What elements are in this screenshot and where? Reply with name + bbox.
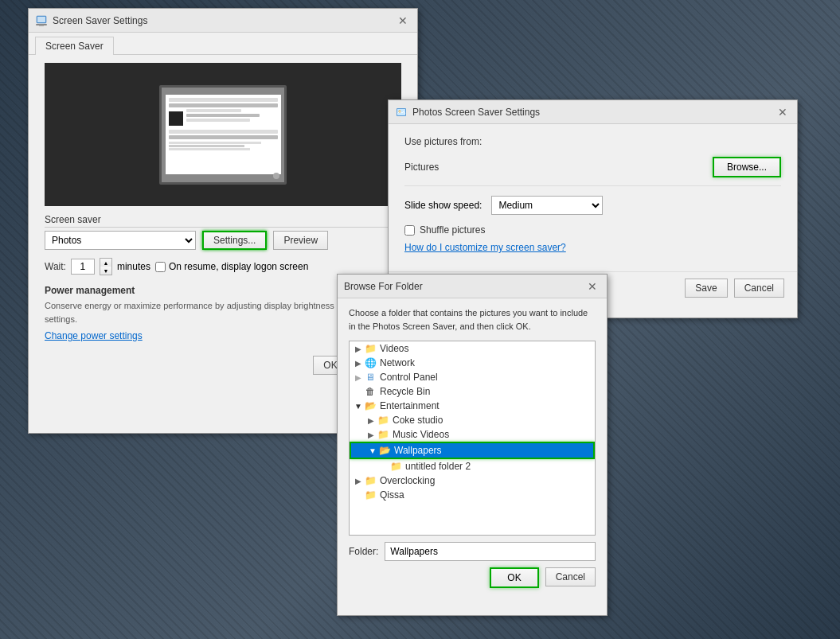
wait-spinner[interactable]: ▲ ▼ xyxy=(100,258,112,275)
screensaver-select[interactable]: Photos xyxy=(45,231,196,250)
folder-icon-videos: 📁 xyxy=(364,343,377,354)
folder-label: Folder: xyxy=(349,546,378,557)
slideshow-speed-label: Slide show speed: xyxy=(404,200,482,211)
browse-close-button[interactable]: ✕ xyxy=(584,279,600,294)
tree-arrow-control-panel[interactable]: ▶ xyxy=(353,372,364,383)
browse-button[interactable]: Browse... xyxy=(713,157,781,177)
tree-item-entertainment[interactable]: ▼ 📂 Entertainment xyxy=(350,399,595,413)
tree-item-untitled[interactable]: ▶ 📁 untitled folder 2 xyxy=(350,459,595,473)
change-power-settings-link[interactable]: Change power settings xyxy=(45,330,143,341)
folder-input[interactable] xyxy=(385,542,596,561)
recycle-bin-icon: 🗑 xyxy=(364,386,377,397)
tree-label-entertainment: Entertainment xyxy=(380,400,440,411)
tree-label-wallpapers: Wallpapers xyxy=(394,445,442,456)
monitor-screen xyxy=(166,95,281,174)
browse-desc: Choose a folder that contains the pictur… xyxy=(349,306,596,333)
browse-bottom-buttons: OK Cancel xyxy=(349,567,596,588)
tree-label-coke-studio: Coke studio xyxy=(393,415,443,426)
photos-titlebar: Photos Screen Saver Settings ✕ xyxy=(389,100,797,124)
photos-window-icon xyxy=(395,106,408,119)
wait-unit: minutes xyxy=(117,261,150,272)
photos-close-button[interactable]: ✕ xyxy=(775,104,791,120)
folder-icon-overclocking: 📁 xyxy=(364,475,377,486)
photos-title: Photos Screen Saver Settings xyxy=(412,107,540,118)
tree-item-videos[interactable]: ▶ 📁 Videos xyxy=(350,341,595,356)
tree-item-overclocking[interactable]: ▶ 📁 Overclocking xyxy=(350,473,595,488)
folder-icon-qissa: 📁 xyxy=(364,489,377,501)
folder-icon-untitled: 📁 xyxy=(389,461,402,472)
how-customize-link[interactable]: How do I customize my screen saver? xyxy=(404,242,781,253)
shuffle-row: Shuffle pictures xyxy=(404,224,781,236)
resume-checkbox[interactable] xyxy=(155,262,166,272)
preview-area xyxy=(45,63,401,206)
folder-open-icon-wallpapers: 📂 xyxy=(378,445,391,456)
photos-content: Use pictures from: Pictures Browse... Sl… xyxy=(389,124,797,271)
spinner-up[interactable]: ▲ xyxy=(100,259,111,267)
svg-rect-3 xyxy=(39,25,44,26)
monitor-preview xyxy=(159,85,287,185)
tab-screensaver[interactable]: Screen Saver xyxy=(35,37,114,55)
tree-item-recycle-bin[interactable]: ▶ 🗑 Recycle Bin xyxy=(350,384,595,399)
tree-arrow-music-videos[interactable]: ▶ xyxy=(365,429,377,440)
browse-tree[interactable]: ▶ 📁 Videos ▶ 🌐 Network ▶ 🖥 Control Panel… xyxy=(349,341,596,536)
browse-titlebar: Browse For Folder ✕ xyxy=(338,275,607,298)
resume-label: On resume, display logon screen xyxy=(169,261,308,272)
tree-label-untitled: untitled folder 2 xyxy=(405,461,471,472)
svg-rect-1 xyxy=(37,17,45,22)
use-pictures-label: Use pictures from: xyxy=(404,136,781,147)
screensaver-window-icon xyxy=(35,14,48,27)
tree-label-control-panel: Control Panel xyxy=(380,372,438,383)
shuffle-checkbox[interactable] xyxy=(404,225,415,236)
screensaver-titlebar: Screen Saver Settings ✕ xyxy=(29,9,417,33)
tree-arrow-coke-studio[interactable]: ▶ xyxy=(365,415,377,426)
screensaver-title: Screen Saver Settings xyxy=(53,15,147,26)
tree-arrow-network[interactable]: ▶ xyxy=(353,357,364,368)
pictures-row: Pictures Browse... xyxy=(404,157,781,186)
browse-title: Browse For Folder xyxy=(344,281,423,292)
browse-cancel-button[interactable]: Cancel xyxy=(545,567,596,586)
tree-item-coke-studio[interactable]: ▶ 📁 Coke studio xyxy=(350,413,595,427)
tree-label-music-videos: Music Videos xyxy=(393,429,449,440)
network-icon: 🌐 xyxy=(364,357,377,368)
browse-folder-window: Browse For Folder ✕ Choose a folder that… xyxy=(337,274,608,616)
tree-item-qissa[interactable]: ▶ 📁 Qissa xyxy=(350,488,595,502)
tree-item-wallpapers[interactable]: ▼ 📂 Wallpapers xyxy=(350,442,595,459)
control-panel-icon: 🖥 xyxy=(364,372,377,383)
screensaver-section-label: Screen saver xyxy=(45,214,401,228)
tree-arrow-videos[interactable]: ▶ xyxy=(353,343,364,354)
shuffle-label: Shuffle pictures xyxy=(420,224,486,236)
tree-item-music-videos[interactable]: ▶ 📁 Music Videos xyxy=(350,427,595,442)
tree-arrow-overclocking[interactable]: ▶ xyxy=(353,475,364,486)
tree-arrow-entertainment[interactable]: ▼ xyxy=(353,400,364,411)
photos-save-button[interactable]: Save xyxy=(685,279,727,298)
wait-input[interactable] xyxy=(71,259,95,275)
settings-button[interactable]: Settings... xyxy=(202,231,267,250)
photos-cancel-button[interactable]: Cancel xyxy=(734,279,784,298)
browse-ok-button[interactable]: OK xyxy=(490,567,538,588)
browse-content: Choose a folder that contains the pictur… xyxy=(338,298,607,596)
slideshow-row: Slide show speed: Medium Slow Fast xyxy=(404,196,781,215)
tree-arrow-wallpapers[interactable]: ▼ xyxy=(367,445,378,456)
folder-icon-coke-studio: 📁 xyxy=(377,415,389,426)
tree-item-control-panel[interactable]: ▶ 🖥 Control Panel xyxy=(350,370,595,384)
tree-label-network: Network xyxy=(380,357,415,368)
tree-label-overclocking: Overclocking xyxy=(380,475,435,486)
pictures-label: Pictures xyxy=(404,162,439,173)
folder-icon-music-videos: 📁 xyxy=(377,429,389,440)
screensaver-close-button[interactable]: ✕ xyxy=(395,13,411,29)
wait-label: Wait: xyxy=(45,261,66,272)
spinner-down[interactable]: ▼ xyxy=(100,267,111,275)
tree-label-qissa: Qissa xyxy=(380,489,404,501)
screensaver-tab-bar: Screen Saver xyxy=(29,33,417,55)
tree-label-videos: Videos xyxy=(380,343,408,354)
folder-open-icon-entertainment: 📂 xyxy=(364,400,377,411)
tree-label-recycle-bin: Recycle Bin xyxy=(380,386,430,397)
tree-item-network[interactable]: ▶ 🌐 Network xyxy=(350,356,595,370)
slideshow-speed-select[interactable]: Medium Slow Fast xyxy=(491,196,603,215)
preview-button[interactable]: Preview xyxy=(273,231,328,250)
folder-row: Folder: xyxy=(349,542,596,561)
